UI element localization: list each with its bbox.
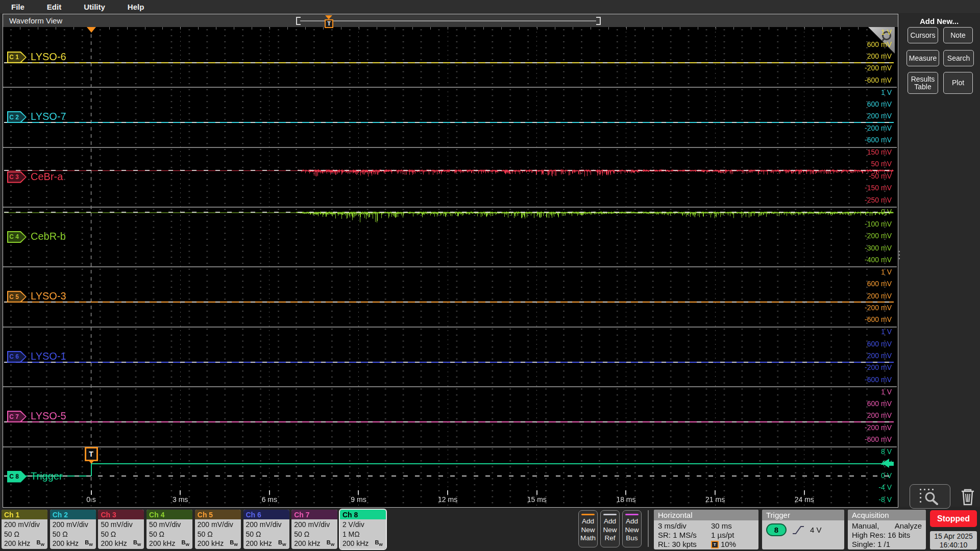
channel-settings-badge[interactable]: Ch 5200 mV/div50 Ω200 kHzBW [195,510,241,549]
trigger-panel-title: Trigger [762,510,844,520]
channel-badge-label: C 2 [7,111,21,123]
trigger-trace-edge [91,464,92,475]
scale-label: 1 V [881,88,892,96]
channel-settings-body: 50 mV/div50 Ω200 kHzBW [98,519,144,549]
scale-label: -400 mV [865,256,892,264]
bandwidth-limit-icon: BW [230,538,238,548]
waveform-view-titlebar: Waveform View T [3,14,898,27]
channel-badge[interactable]: C 7 [7,411,27,422]
scale-label: -4 V [878,483,892,491]
channel-separator [3,386,897,387]
zero-reference-dashes [4,62,894,63]
results-table-button[interactable]: Results Table [908,72,938,94]
scale-label: -250 mV [865,196,892,204]
bandwidth-frequency: 200 kHz [246,539,272,548]
trigger-panel[interactable]: Trigger 8 4 V [762,510,844,549]
waveform-plot[interactable]: 0 s3 ms6 ms9 ms12 ms15 ms18 ms21 ms24 ms… [3,27,897,506]
bandwidth-limit-icon: BW [133,538,141,548]
channel-badge[interactable]: C 8 [7,471,27,483]
add-new-ref-button[interactable]: AddNewRef [600,510,620,547]
channel-settings-badge[interactable]: Ch 1200 mV/div50 Ω200 kHzBW [2,510,47,549]
page-title: Waveform View [9,16,62,25]
channel-badge-label: C 6 [7,351,21,363]
time-label: 3 ms [160,495,201,504]
channel-badge-label: C 1 [7,52,21,63]
horizontal-panel[interactable]: Horizontal 3 ms/div 30 ms SR: 1 MS/s 1 µ… [654,510,758,549]
scale-label: 600 mV [867,280,892,288]
channel-badge[interactable]: C 5 [7,291,27,303]
channel-settings-badge[interactable]: Ch 6200 mV/div50 Ω200 kHzBW [243,510,289,549]
channel-badge-label: C 8 [7,471,21,483]
add-new-math-button[interactable]: AddNewMath [578,510,598,547]
bandwidth-value: 200 kHzBW [4,539,45,549]
trigger-position-marker[interactable]: T [325,19,333,28]
zero-reference-dashes [4,475,894,477]
menu-help[interactable]: Help [128,3,144,11]
channel-name: CeBr-a [31,171,63,183]
bandwidth-frequency: 200 kHz [294,539,320,548]
channel-name: LYSO-1 [31,350,66,362]
scale-label: 1 V [881,28,892,36]
channel-settings-badge[interactable]: Ch 2200 mV/div50 Ω200 kHzBW [50,510,96,549]
acquisition-panel[interactable]: Acquisition Manual, Analyze High Res: 16… [848,510,926,549]
time-label: 12 ms [427,495,468,504]
scale-label: 1 V [881,268,892,276]
trash-button[interactable] [958,486,978,507]
panel-splitter-handle[interactable]: ⋮ [894,253,904,257]
channel-badge[interactable]: C 1 [7,52,27,63]
note-button[interactable]: Note [943,27,973,43]
bandwidth-value: 200 kHzBW [246,539,287,549]
trigger-source-badge: 8 [766,523,787,536]
sample-interval: 1 µs/pt [711,531,758,540]
trash-icon [958,486,978,507]
search-button[interactable]: Search [943,50,974,66]
channel-badge[interactable]: C 2 [7,111,27,123]
menu-utility[interactable]: Utility [84,3,105,11]
channel-badge[interactable]: C 6 [7,351,27,363]
channel-separator [3,266,897,267]
channel-name: LYSO-3 [31,290,66,302]
channel-badge-label: C 4 [7,231,21,243]
acquisition-panel-title: Acquisition [848,510,926,520]
add-new-bus-button[interactable]: AddNewBus [622,510,642,547]
zoom-mode-button[interactable] [910,484,950,509]
channel-settings-header: Ch 2 [50,510,96,519]
channel-settings-badge[interactable]: Ch 350 mV/div50 Ω200 kHzBW [98,510,144,549]
horizontal-window: 30 ms [711,521,758,531]
channel-settings-badge[interactable]: Ch 450 mV/div50 Ω200 kHzBW [146,510,192,549]
channel-settings-badge[interactable]: Ch 82 V/div1 MΩ200 kHzBW [340,510,386,549]
channel-badge[interactable]: C 3 [7,171,27,183]
bandwidth-limit-icon: BW [278,538,286,548]
trigger-level-arrow-tail [889,462,894,466]
menu-file[interactable]: File [11,3,24,11]
plot-button[interactable]: Plot [943,72,973,94]
zero-reference-dashes [4,212,894,213]
bandwidth-value: 200 kHzBW [342,539,384,549]
channel-settings-badge[interactable]: Ch 7200 mV/div50 Ω200 kHzBW [291,510,337,549]
trigger-level-marker-tip-icon [88,460,95,464]
scale-label: -200 mV [865,232,892,240]
menu-edit[interactable]: Edit [47,3,61,11]
horizontal-position-bar[interactable] [300,20,596,21]
trigger-position-top-icon[interactable] [87,27,96,33]
bandwidth-limit-icon: BW [36,538,44,548]
time-label: 15 ms [517,495,557,504]
bandwidth-limit-icon: BW [327,538,335,548]
time-label: 21 ms [695,495,736,504]
scale-label: -600 mV [865,315,892,323]
trigger-level-marker[interactable]: T [85,447,98,461]
vertical-scale-value: 200 mV/div [4,520,45,530]
channel-badge[interactable]: C 4 [7,231,27,243]
scale-label: 200 mV [867,112,892,120]
measure-button[interactable]: Measure [906,50,939,66]
oscilloscope-app: File Edit Utility Help Waveform View T 0… [0,0,980,551]
channel-separator [3,327,897,328]
scale-label: -200 mV [865,64,892,72]
run-stop-status-button[interactable]: Stopped [930,510,977,527]
horizontal-scale: 3 ms/div [658,521,711,531]
time-label: 24 ms [784,495,825,504]
vertical-scale-value: 200 mV/div [246,520,287,530]
cursors-button[interactable]: Cursors [908,27,938,43]
trigger-position-pointer-icon[interactable] [325,15,332,19]
channel-settings-body: 2 V/div1 MΩ200 kHzBW [340,519,386,549]
